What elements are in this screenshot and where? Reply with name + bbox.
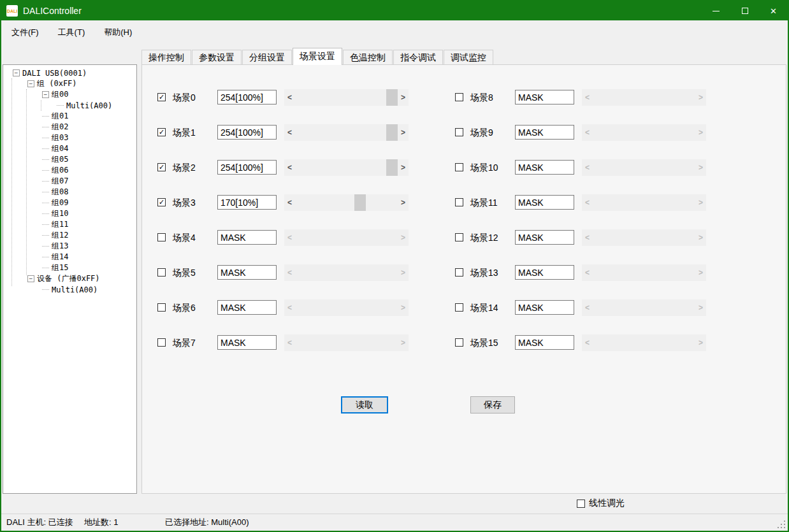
scene-value-input[interactable] <box>515 300 574 315</box>
scene-checkbox[interactable] <box>455 303 463 312</box>
tree-item[interactable]: 组01 <box>3 111 136 122</box>
scene-value-input[interactable] <box>515 160 574 175</box>
scene-level-scrollbar[interactable]: <> <box>284 124 409 141</box>
scene-checkbox[interactable] <box>455 93 463 101</box>
tree-expander-icon[interactable]: − <box>27 80 34 87</box>
tree-item[interactable]: 组09 <box>3 198 136 208</box>
scene-checkbox[interactable] <box>455 268 463 277</box>
tree-expander-icon[interactable]: − <box>27 275 34 282</box>
scene-value-input[interactable] <box>217 195 277 210</box>
tree-item[interactable]: −组00 <box>3 89 136 100</box>
tree-item[interactable]: 组10 <box>3 208 136 219</box>
tree-item[interactable]: 组05 <box>3 154 136 165</box>
scroll-right-icon: > <box>398 264 409 281</box>
menu-item[interactable]: 文件(F) <box>4 24 47 41</box>
tab-4[interactable]: 场景设置 <box>293 48 342 65</box>
scene-checkbox[interactable] <box>157 338 166 347</box>
read-button[interactable]: 读取 <box>341 396 388 413</box>
tree-expander-icon[interactable]: − <box>42 91 49 98</box>
scene-value-input[interactable] <box>515 90 574 104</box>
scene-level-scrollbar[interactable]: <> <box>284 194 409 211</box>
save-button[interactable]: 保存 <box>470 396 515 413</box>
tree-item[interactable]: −组 (0xFF) <box>3 78 136 89</box>
scene-checkbox[interactable] <box>455 128 463 136</box>
tree-guide-line <box>26 89 27 275</box>
scene-value-input[interactable] <box>217 300 277 315</box>
tree-item-label: DALI USB(0001) <box>22 69 87 78</box>
scroll-left-icon: < <box>582 229 593 246</box>
scene-value-input[interactable] <box>217 265 277 280</box>
tree-item[interactable]: −DALI USB(0001) <box>3 68 136 78</box>
scene-value-input[interactable] <box>515 125 574 140</box>
scene-value-input[interactable] <box>217 335 277 350</box>
scrollbar-thumb[interactable] <box>386 124 398 141</box>
tree-item[interactable]: 组03 <box>3 133 136 143</box>
maximize-button[interactable] <box>730 1 759 20</box>
tree-item[interactable]: 组07 <box>3 176 136 187</box>
scene-value-input[interactable] <box>515 335 574 350</box>
tree-item[interactable]: 组11 <box>3 219 136 230</box>
scene-level-scrollbar[interactable]: <> <box>284 159 409 176</box>
scene-checkbox[interactable]: ✓ <box>157 128 166 136</box>
close-button[interactable]: ✕ <box>759 1 788 20</box>
tree-item[interactable]: Multi(A00) <box>3 284 136 295</box>
scroll-right-icon[interactable]: > <box>398 89 409 106</box>
tab-2[interactable]: 参数设置 <box>192 50 242 65</box>
tab-3[interactable]: 分组设置 <box>242 50 292 65</box>
tree-item[interactable]: 组02 <box>3 122 136 133</box>
scroll-left-icon[interactable]: < <box>284 194 295 211</box>
scene-checkbox[interactable] <box>455 163 463 171</box>
scene-checkbox[interactable] <box>455 198 463 206</box>
scene-value-input[interactable] <box>217 125 277 140</box>
scene-value-input[interactable] <box>515 195 574 210</box>
scene-label: 场景0 <box>173 89 196 106</box>
scene-value-input[interactable] <box>217 230 277 245</box>
menu-item[interactable]: 工具(T) <box>50 24 93 41</box>
scene-label: 场景14 <box>470 299 498 316</box>
tab-5[interactable]: 色温控制 <box>343 50 393 65</box>
tree-item[interactable]: 组08 <box>3 187 136 198</box>
scroll-right-icon[interactable]: > <box>398 159 409 176</box>
scene-label: 场景3 <box>173 194 196 211</box>
scroll-left-icon[interactable]: < <box>284 124 295 141</box>
tab-1[interactable]: 操作控制 <box>141 50 191 65</box>
scrollbar-thumb[interactable] <box>354 194 366 211</box>
menu-item[interactable]: 帮助(H) <box>96 24 140 41</box>
tab-6[interactable]: 指令调试 <box>393 50 443 65</box>
scroll-right-icon[interactable]: > <box>398 124 409 141</box>
scene-value-input[interactable] <box>217 90 277 104</box>
minimize-button[interactable] <box>702 1 730 20</box>
scrollbar-thumb[interactable] <box>386 159 398 176</box>
scene-checkbox[interactable]: ✓ <box>157 93 166 101</box>
scene-checkbox[interactable] <box>455 233 463 241</box>
tab-7[interactable]: 调试监控 <box>444 50 493 65</box>
tree-connector <box>42 159 49 160</box>
scroll-right-icon[interactable]: > <box>398 194 409 211</box>
scene-value-input[interactable] <box>515 265 574 280</box>
tree-item[interactable]: 组13 <box>3 241 136 252</box>
tree-item[interactable]: 组14 <box>3 252 136 262</box>
scene-checkbox[interactable] <box>157 268 166 277</box>
scrollbar-thumb[interactable] <box>386 89 398 106</box>
tree-item[interactable]: 组04 <box>3 143 136 154</box>
scene-level-scrollbar[interactable]: <> <box>284 89 409 106</box>
scene-checkbox[interactable]: ✓ <box>157 198 166 206</box>
scene-checkbox[interactable] <box>455 338 463 347</box>
tree-item[interactable]: 组06 <box>3 165 136 176</box>
scroll-left-icon[interactable]: < <box>284 89 295 106</box>
resize-grip-icon[interactable] <box>778 521 779 522</box>
tree-item[interactable]: 组15 <box>3 262 136 273</box>
linear-dimming-checkbox[interactable] <box>577 500 585 508</box>
tree-item[interactable]: −设备 (广播0xFF) <box>3 273 136 284</box>
scene-value-input[interactable] <box>217 160 277 175</box>
tree-item-label: 组15 <box>52 262 68 273</box>
scroll-left-icon[interactable]: < <box>284 159 295 176</box>
scene-checkbox[interactable]: ✓ <box>157 163 166 171</box>
scroll-right-icon: > <box>695 89 706 106</box>
scene-checkbox[interactable] <box>157 303 166 312</box>
tree-item[interactable]: Multi(A00) <box>3 100 136 111</box>
scene-value-input[interactable] <box>515 230 574 245</box>
scene-checkbox[interactable] <box>157 233 166 241</box>
tree-expander-icon[interactable]: − <box>13 69 20 76</box>
tree-item[interactable]: 组12 <box>3 230 136 241</box>
